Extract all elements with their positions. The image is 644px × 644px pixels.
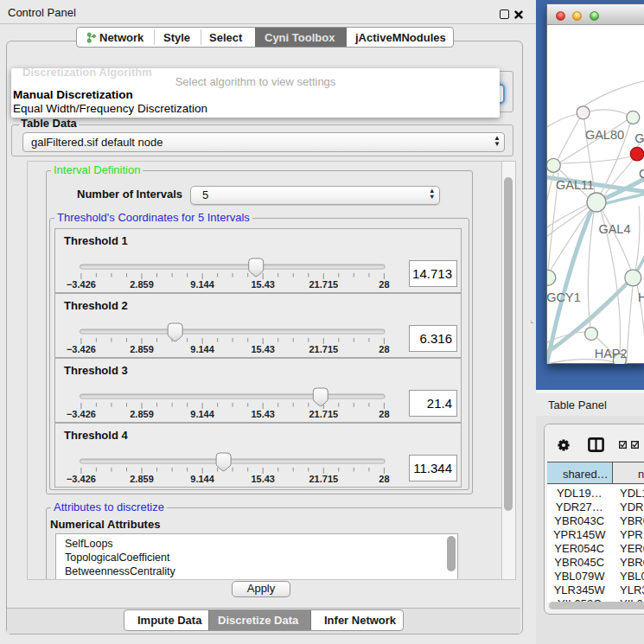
svg-text:GCY1: GCY1 — [547, 290, 581, 304]
svg-text:H: H — [638, 290, 644, 304]
svg-text:C: C — [639, 167, 644, 181]
svg-text:GAL80: GAL80 — [585, 128, 624, 142]
svg-text:HAP2: HAP2 — [595, 347, 628, 360]
svg-text:GAL11: GAL11 — [556, 178, 594, 192]
svg-text:GA: GA — [634, 131, 644, 145]
svg-text:GAL4: GAL4 — [598, 222, 630, 236]
